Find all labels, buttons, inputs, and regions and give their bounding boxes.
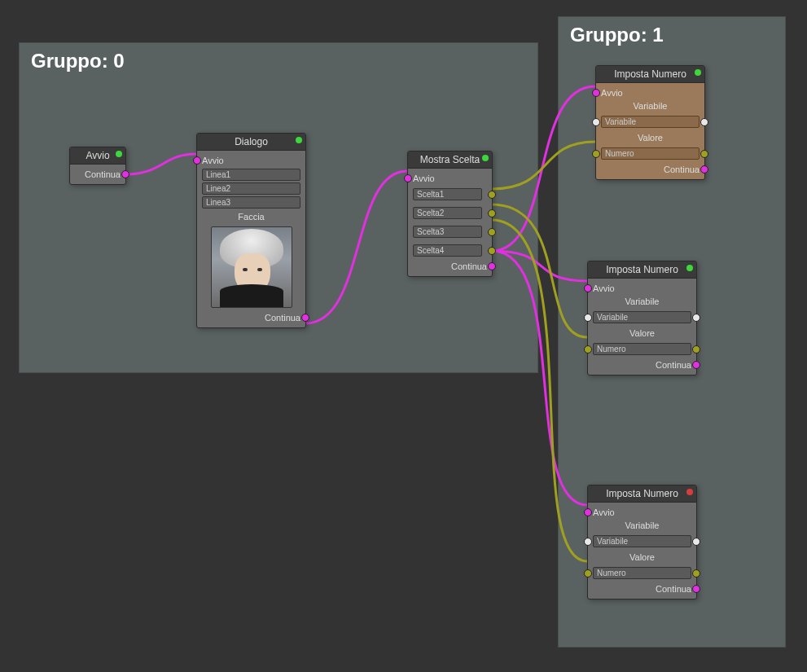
node-imposta1-title: Imposta Numero bbox=[614, 68, 686, 80]
node-imposta2-header[interactable]: Imposta Numero bbox=[588, 261, 696, 279]
imposta2-avvio-row: Avvio bbox=[593, 282, 691, 295]
port-out-olive-icon[interactable] bbox=[488, 228, 496, 236]
imposta2-valore-heading: Valore bbox=[593, 327, 691, 340]
node-dialogo[interactable]: Dialogo Avvio Linea1 Linea2 Linea3 Facci… bbox=[196, 133, 306, 328]
imposta1-variabile-heading: Variabile bbox=[601, 99, 700, 112]
node-imposta-2[interactable]: Imposta Numero Avvio Variabile Variabile… bbox=[587, 261, 697, 376]
mostra-scelta2-field[interactable]: Scelta2 bbox=[413, 207, 482, 219]
port-out-pink-icon[interactable] bbox=[692, 361, 700, 369]
imposta2-numero-field[interactable]: Numero bbox=[593, 343, 691, 355]
port-out-pink-icon[interactable] bbox=[121, 170, 129, 178]
imposta1-continua-label: Continua bbox=[664, 165, 700, 174]
port-out-white-icon[interactable] bbox=[700, 118, 708, 126]
dialogo-line1-field[interactable]: Linea1 bbox=[202, 169, 300, 181]
node-mostra-title: Mostra Scelta bbox=[420, 154, 480, 165]
imposta3-avvio-label: Avvio bbox=[593, 507, 615, 517]
mostra-scelta3-field[interactable]: Scelta3 bbox=[413, 226, 482, 238]
mostra-avvio-row: Avvio bbox=[413, 172, 487, 185]
status-dot-icon bbox=[686, 265, 693, 271]
port-out-olive-icon[interactable] bbox=[692, 569, 700, 578]
port-in-pink-icon[interactable] bbox=[592, 89, 600, 97]
imposta1-valore-heading: Valore bbox=[601, 131, 700, 144]
port-in-pink-icon[interactable] bbox=[404, 174, 412, 182]
imposta2-variabile-row: Variabile bbox=[593, 308, 691, 327]
imposta3-variabile-field[interactable]: Variabile bbox=[593, 535, 691, 547]
imposta1-variabile-row: Variabile bbox=[601, 112, 700, 131]
port-out-white-icon[interactable] bbox=[692, 314, 700, 322]
imposta3-numero-field[interactable]: Numero bbox=[593, 567, 691, 579]
imposta2-variabile-field[interactable]: Variabile bbox=[593, 311, 691, 323]
node-imposta1-header[interactable]: Imposta Numero bbox=[596, 66, 704, 83]
node-mostra-scelta[interactable]: Mostra Scelta Avvio Scelta1 Scelta2 Scel… bbox=[407, 151, 493, 277]
dialogo-continua-label: Continua bbox=[265, 313, 300, 323]
dialogo-line2-field[interactable]: Linea2 bbox=[202, 182, 300, 195]
mostra-scelta3-row: Scelta3 bbox=[413, 222, 487, 241]
status-dot-icon bbox=[296, 137, 302, 143]
port-in-olive-icon[interactable] bbox=[584, 345, 592, 354]
port-out-olive-icon[interactable] bbox=[488, 191, 496, 199]
port-out-pink-icon[interactable] bbox=[488, 262, 496, 270]
imposta3-valore-heading: Valore bbox=[593, 551, 691, 564]
mostra-avvio-label: Avvio bbox=[413, 173, 435, 183]
imposta3-variabile-row: Variabile bbox=[593, 532, 691, 551]
node-avvio[interactable]: Avvio Continua bbox=[69, 147, 126, 185]
port-out-pink-icon[interactable] bbox=[700, 165, 708, 173]
port-in-olive-icon[interactable] bbox=[584, 569, 592, 578]
port-out-olive-icon[interactable] bbox=[692, 345, 700, 354]
imposta2-avvio-label: Avvio bbox=[593, 283, 615, 293]
imposta3-numero-row: Numero bbox=[593, 564, 691, 582]
avvio-continua-label: Continua bbox=[85, 169, 121, 179]
port-out-white-icon[interactable] bbox=[692, 538, 700, 546]
imposta1-numero-row: Numero bbox=[601, 144, 700, 163]
imposta2-continua-label: Continua bbox=[656, 360, 691, 370]
imposta2-numero-row: Numero bbox=[593, 340, 691, 358]
imposta1-avvio-label: Avvio bbox=[601, 88, 623, 98]
imposta2-continua-row: Continua bbox=[593, 358, 691, 371]
imposta2-variabile-heading: Variabile bbox=[593, 295, 691, 308]
node-avvio-title: Avvio bbox=[86, 150, 109, 161]
port-out-pink-icon[interactable] bbox=[692, 585, 700, 593]
port-in-olive-icon[interactable] bbox=[592, 150, 600, 158]
dialogo-avvio-label: Avvio bbox=[202, 156, 224, 165]
node-imposta-3[interactable]: Imposta Numero Avvio Variabile Variabile… bbox=[587, 485, 697, 600]
port-out-olive-icon[interactable] bbox=[488, 247, 496, 255]
port-in-white-icon[interactable] bbox=[584, 538, 592, 546]
mostra-scelta4-field[interactable]: Scelta4 bbox=[413, 244, 482, 257]
imposta1-continua-row: Continua bbox=[601, 163, 700, 176]
group-0-label: Gruppo: 0 bbox=[31, 50, 125, 72]
node-imposta-1[interactable]: Imposta Numero Avvio Variabile Variabile… bbox=[595, 65, 705, 180]
mostra-scelta1-row: Scelta1 bbox=[413, 185, 487, 204]
node-dialogo-header[interactable]: Dialogo bbox=[197, 134, 305, 151]
imposta1-numero-field[interactable]: Numero bbox=[601, 147, 700, 160]
node-imposta3-title: Imposta Numero bbox=[606, 488, 678, 499]
port-out-olive-icon[interactable] bbox=[488, 209, 496, 217]
node-imposta3-header[interactable]: Imposta Numero bbox=[588, 485, 696, 503]
port-in-pink-icon[interactable] bbox=[193, 156, 201, 165]
node-dialogo-title: Dialogo bbox=[235, 136, 268, 147]
port-in-pink-icon[interactable] bbox=[584, 508, 592, 516]
port-in-white-icon[interactable] bbox=[584, 314, 592, 322]
mostra-continua-row: Continua bbox=[413, 260, 487, 273]
port-out-pink-icon[interactable] bbox=[301, 314, 309, 322]
group-1-label: Gruppo: 1 bbox=[570, 24, 664, 46]
node-mostra-header[interactable]: Mostra Scelta bbox=[408, 152, 492, 169]
status-dot-icon bbox=[116, 151, 122, 157]
port-out-olive-icon[interactable] bbox=[700, 150, 708, 158]
node-avvio-header[interactable]: Avvio bbox=[70, 147, 125, 165]
port-in-pink-icon[interactable] bbox=[584, 284, 592, 292]
mostra-scelta4-row: Scelta4 bbox=[413, 241, 487, 260]
imposta3-avvio-row: Avvio bbox=[593, 506, 691, 519]
status-dot-icon bbox=[695, 69, 701, 76]
dialogo-avvio-row: Avvio bbox=[202, 154, 300, 167]
status-dot-icon bbox=[686, 489, 693, 495]
avvio-continua-row: Continua bbox=[75, 168, 121, 181]
dialogo-line3-field[interactable]: Linea3 bbox=[202, 196, 300, 209]
dialogo-face-image[interactable] bbox=[211, 226, 292, 308]
mostra-scelta1-field[interactable]: Scelta1 bbox=[413, 188, 482, 200]
imposta1-variabile-field[interactable]: Variabile bbox=[601, 116, 700, 128]
port-in-white-icon[interactable] bbox=[592, 118, 600, 126]
mostra-scelta2-row: Scelta2 bbox=[413, 204, 487, 222]
imposta1-avvio-row: Avvio bbox=[601, 86, 700, 99]
dialogo-continua-row: Continua bbox=[202, 311, 300, 324]
imposta3-continua-row: Continua bbox=[593, 582, 691, 595]
